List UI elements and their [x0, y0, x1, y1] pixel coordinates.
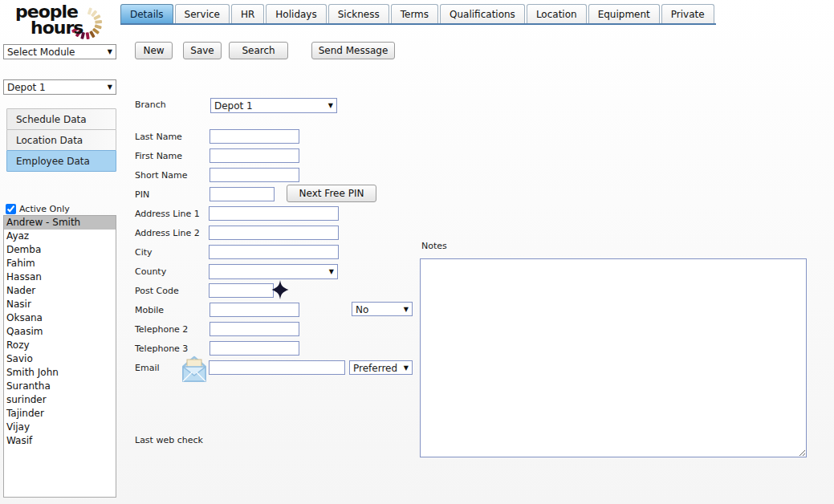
tab[interactable]: Location [527, 4, 587, 23]
active-only-checkbox[interactable] [6, 204, 16, 214]
telephone2-label: Telephone 2 [135, 324, 188, 335]
post-code-label: Post Code [135, 286, 179, 296]
employee-list-item[interactable]: surinder [4, 393, 116, 407]
employee-list[interactable]: Andrew - Smith Ayaz Demba Fahim Hassan N… [3, 215, 116, 498]
address-line2-label: Address Line 2 [135, 228, 200, 238]
last-name-input[interactable] [210, 129, 299, 144]
notes-label: Notes [421, 241, 447, 251]
employee-list-item[interactable]: Nasir [4, 298, 116, 311]
notes-textarea[interactable] [420, 258, 807, 457]
employee-list-item[interactable]: Hassan [4, 270, 116, 284]
employee-list-item[interactable]: Tajinder [4, 407, 116, 421]
branch-label: Branch [135, 100, 166, 110]
email-input[interactable] [209, 360, 345, 375]
first-name-label: First Name [135, 151, 182, 161]
chevron-down-icon: ▼ [329, 269, 334, 275]
city-input[interactable] [209, 245, 339, 259]
depot-select-value: Depot 1 [7, 82, 46, 93]
logo-text-line2: hours [31, 18, 83, 38]
tab[interactable]: Equipment [588, 4, 660, 23]
branch-select-value: Depot 1 [214, 100, 253, 112]
employee-list-item[interactable]: Savio [4, 352, 116, 366]
post-code-locate-star-icon[interactable] [271, 280, 290, 299]
employee-list-item[interactable]: Vijay [4, 421, 116, 434]
address-line1-input[interactable] [209, 206, 339, 221]
tab[interactable]: Details [120, 4, 173, 23]
sidebar-nav-button[interactable]: Location Data [6, 129, 116, 151]
peoplehours-logo: people hours [0, 0, 120, 42]
new-button[interactable]: New [135, 42, 173, 59]
sidebar-nav-button-label: Schedule Data [16, 114, 87, 125]
address-line1-label: Address Line 1 [135, 209, 200, 219]
depot-select[interactable]: Depot 1 ▼ [3, 79, 116, 95]
telephone3-input[interactable] [210, 341, 299, 356]
address-line2-input[interactable] [209, 226, 339, 240]
search-button[interactable]: Search [229, 42, 288, 59]
email-envelope-icon[interactable] [181, 355, 208, 384]
sidebar-nav-button[interactable]: Employee Data [6, 150, 116, 172]
active-only-control: Active Only [6, 204, 70, 214]
detail-tabs: Details Service HR Holidays Sickness Ter… [120, 4, 716, 25]
pin-label: PIN [135, 189, 149, 200]
telephone3-label: Telephone 3 [135, 343, 188, 354]
employee-list-item[interactable]: Fahim [4, 257, 116, 270]
module-select[interactable]: Select Module ▼ [3, 44, 116, 59]
mobile-option-value: No [356, 304, 368, 315]
chevron-down-icon: ▼ [404, 365, 409, 372]
chevron-down-icon: ▼ [404, 307, 409, 313]
module-select-value: Select Module [7, 47, 75, 58]
sidebar-nav-button-label: Employee Data [16, 156, 90, 167]
last-web-check-label: Last web check [135, 435, 203, 445]
chevron-down-icon: ▼ [108, 49, 112, 55]
employee-list-item[interactable]: Ayaz [4, 230, 116, 243]
branch-select[interactable]: Depot 1 ▼ [210, 98, 337, 113]
sidebar-nav-button-label: Location Data [16, 135, 83, 146]
tab[interactable]: Qualifications [440, 4, 525, 23]
next-free-pin-button[interactable]: Next Free PIN [287, 185, 376, 202]
pin-input[interactable] [210, 187, 275, 201]
sidebar-nav-button[interactable]: Schedule Data [6, 108, 116, 130]
tab[interactable]: Sickness [328, 4, 389, 23]
mobile-option-select[interactable]: No ▼ [352, 302, 413, 316]
tab[interactable]: Holidays [266, 4, 326, 23]
employee-list-item[interactable]: Nader [4, 284, 116, 298]
mobile-label: Mobile [135, 305, 164, 315]
employee-list-item[interactable]: Demba [4, 243, 116, 257]
save-button[interactable]: Save [183, 42, 222, 59]
county-select[interactable]: ▼ [209, 264, 338, 279]
last-name-label: Last Name [135, 132, 182, 142]
send-message-button[interactable]: Send Message [311, 42, 395, 59]
employee-list-item[interactable]: Smith John [4, 366, 116, 380]
sidebar-nav: Schedule Data Location Data Employee Dat… [6, 109, 116, 172]
email-option-value: Preferred [353, 363, 397, 374]
active-only-label: Active Only [19, 204, 70, 214]
employee-list-item[interactable]: Oksana [4, 311, 116, 325]
employee-list-item[interactable]: Andrew - Smith [4, 216, 116, 230]
post-code-input[interactable] [209, 283, 274, 298]
employee-list-item[interactable]: Wasif [4, 434, 116, 448]
peoplehours-app: people hours Select Module ▼ Depot 1 ▼ S… [0, 0, 834, 504]
county-label: County [135, 266, 166, 277]
tab[interactable]: Terms [391, 4, 438, 23]
tab[interactable]: Service [175, 4, 230, 23]
telephone2-input[interactable] [210, 322, 299, 336]
employee-list-item[interactable]: Surantha [4, 380, 116, 393]
email-label: Email [135, 363, 160, 373]
tab[interactable]: Private [661, 4, 714, 23]
email-option-select[interactable]: Preferred ▼ [349, 360, 413, 375]
tab[interactable]: HR [231, 4, 264, 23]
mobile-input[interactable] [210, 303, 299, 317]
chevron-down-icon: ▼ [108, 84, 112, 91]
city-label: City [135, 247, 153, 258]
employee-list-item[interactable]: Rozy [4, 339, 116, 352]
short-name-label: Short Name [135, 170, 187, 181]
employee-list-item[interactable]: Qaasim [4, 325, 116, 339]
chevron-down-icon: ▼ [328, 103, 333, 109]
first-name-input[interactable] [210, 148, 299, 163]
short-name-input[interactable] [210, 168, 299, 182]
